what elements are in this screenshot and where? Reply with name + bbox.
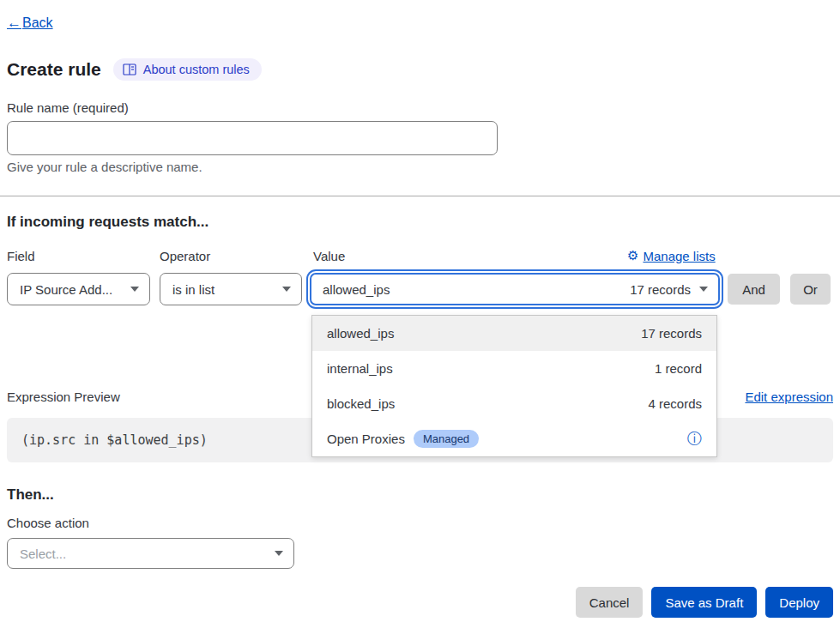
rule-name-input[interactable] — [7, 121, 498, 155]
list-item-name: Open Proxies — [327, 432, 405, 446]
or-button[interactable]: Or — [790, 274, 831, 305]
footer-actions: Cancel Save as Draft Deploy — [576, 587, 833, 618]
chevron-down-icon — [282, 287, 291, 292]
edit-expression-link[interactable]: Edit expression — [745, 389, 833, 404]
list-item-meta: 1 record — [655, 361, 702, 376]
back-label: Back — [22, 15, 53, 31]
list-item-name: allowed_ips — [327, 326, 394, 341]
list-item-open-proxies[interactable]: Open Proxies Managed ⓘ — [312, 421, 716, 456]
chevron-down-icon — [130, 287, 139, 292]
back-link[interactable]: ←Back — [7, 15, 53, 32]
gear-icon: ⚙ — [627, 248, 638, 263]
list-item-name: internal_ips — [327, 361, 393, 376]
back-arrow-icon: ← — [7, 15, 21, 32]
cancel-button[interactable]: Cancel — [576, 587, 644, 618]
about-badge-label: About custom rules — [143, 63, 250, 76]
deploy-button[interactable]: Deploy — [765, 587, 833, 618]
rule-name-helper: Give your rule a descriptive name. — [7, 160, 202, 174]
manage-lists-link[interactable]: ⚙ Manage lists — [627, 248, 716, 263]
chevron-down-icon — [275, 551, 283, 556]
rule-name-label: Rule name (required) — [7, 100, 129, 115]
choose-action-label: Choose action — [7, 516, 89, 530]
field-label: Field — [7, 249, 35, 263]
list-item-blocked-ips[interactable]: blocked_ips 4 records — [312, 386, 716, 421]
list-item-allowed-ips[interactable]: allowed_ips 17 records — [312, 316, 716, 351]
match-section-title: If incoming requests match... — [7, 214, 208, 231]
list-item-meta: 4 records — [648, 396, 702, 411]
page-title: Create rule — [7, 59, 101, 80]
operator-select-value: is in list — [172, 282, 215, 297]
list-item-internal-ips[interactable]: internal_ips 1 record — [312, 351, 716, 386]
field-select-value: IP Source Add... — [20, 282, 112, 297]
operator-label: Operator — [160, 249, 210, 263]
value-label: Value — [313, 249, 345, 263]
list-item-name: blocked_ips — [327, 396, 395, 411]
operator-select[interactable]: is in list — [160, 273, 302, 305]
chevron-down-icon — [699, 287, 708, 292]
section-divider — [0, 196, 840, 196]
expression-preview-label: Expression Preview — [7, 389, 120, 404]
page-header: Create rule About custom rules — [7, 58, 262, 81]
manage-lists-label: Manage lists — [643, 249, 715, 263]
expression-code: (ip.src in $allowed_ips) — [21, 432, 208, 448]
value-select-meta: 17 records — [630, 282, 691, 297]
field-select[interactable]: IP Source Add... — [7, 273, 150, 305]
value-select-value: allowed_ips — [323, 282, 390, 297]
then-section-title: Then... — [7, 486, 54, 504]
save-as-draft-button[interactable]: Save as Draft — [651, 587, 757, 618]
value-dropdown: allowed_ips 17 records internal_ips 1 re… — [311, 315, 717, 457]
about-custom-rules-link[interactable]: About custom rules — [113, 58, 262, 81]
list-item-meta: 17 records — [641, 326, 702, 341]
managed-badge: Managed — [414, 430, 479, 448]
action-select-placeholder: Select... — [20, 546, 66, 561]
info-icon[interactable]: ⓘ — [687, 432, 702, 446]
action-select[interactable]: Select... — [7, 538, 294, 569]
book-icon — [123, 63, 136, 75]
value-select[interactable]: allowed_ips 17 records — [310, 273, 720, 305]
and-button[interactable]: And — [728, 274, 780, 305]
